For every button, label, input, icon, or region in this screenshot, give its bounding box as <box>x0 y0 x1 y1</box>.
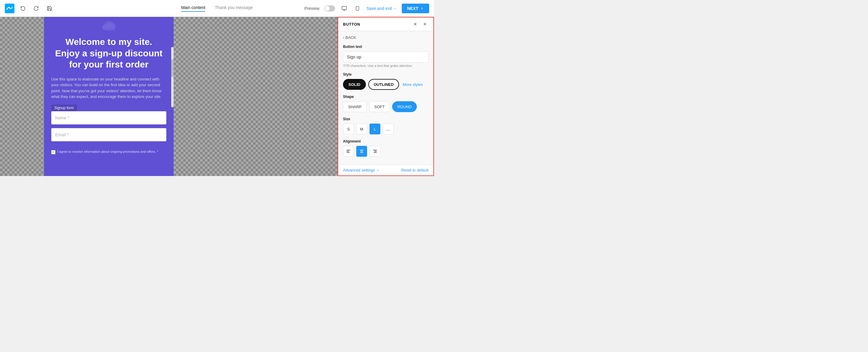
save-exit-button[interactable]: Save and exit <box>367 6 397 11</box>
alignment-label: Alignment <box>343 139 429 143</box>
shape-soft-button[interactable]: SOFT <box>369 101 390 112</box>
top-decoration <box>44 17 174 31</box>
form-title: Welcome to my site. Enjoy a sign-up disc… <box>44 31 174 76</box>
scroll-thumb <box>171 59 174 77</box>
button-text-hint: 7/70 characters. Use a text that grabs a… <box>343 64 429 67</box>
button-text-input[interactable] <box>343 51 429 63</box>
svg-rect-1 <box>342 6 346 10</box>
size-s-button[interactable]: S <box>343 124 354 134</box>
topbar-left <box>5 4 54 13</box>
shape-sharp-button[interactable]: SHARP <box>343 101 367 112</box>
topbar-right: Preview Save and exit NEXT <box>304 4 429 13</box>
size-l-button[interactable]: L <box>370 124 380 134</box>
back-label: BACK <box>345 35 356 40</box>
next-button[interactable]: NEXT <box>402 4 429 13</box>
advanced-settings-link[interactable]: Advanced settings <box>343 168 380 172</box>
main-area: Welcome to my site. Enjoy a sign-up disc… <box>0 17 434 176</box>
tab-main-content[interactable]: Main content <box>181 5 205 12</box>
scroll-bar[interactable] <box>171 47 174 107</box>
shape-round-button[interactable]: ROUND <box>392 101 417 112</box>
panel-footer: Advanced settings Reset to default <box>338 165 433 175</box>
preview-toggle[interactable] <box>324 5 335 11</box>
desktop-view-button[interactable] <box>340 4 348 13</box>
alignment-options <box>343 146 429 157</box>
size-options: S M L ... <box>343 124 429 134</box>
align-right-button[interactable] <box>370 146 380 157</box>
button-text-label: Button text <box>343 44 429 49</box>
size-more-button[interactable]: ... <box>383 124 394 134</box>
style-solid-button[interactable]: SOLID <box>343 79 366 90</box>
undo-button[interactable] <box>18 4 28 13</box>
svg-rect-4 <box>356 6 359 10</box>
size-m-button[interactable]: M <box>356 124 367 134</box>
style-options: SOLID OUTLINED More styles <box>343 79 429 90</box>
panel-title: BUTTON <box>343 22 360 27</box>
panel-body: ‹ BACK Button text 7/70 characters. Use … <box>338 31 433 165</box>
redo-button[interactable] <box>31 4 41 13</box>
back-link[interactable]: ‹ BACK <box>343 35 429 40</box>
svg-point-9 <box>104 21 113 28</box>
checkbox-label-preview: I agree to receive information about ong… <box>57 150 158 153</box>
form-container: Welcome to my site. Enjoy a sign-up disc… <box>44 17 174 176</box>
canvas-area: Welcome to my site. Enjoy a sign-up disc… <box>0 17 338 176</box>
preview-label: Preview <box>304 6 319 11</box>
tabs-container: Main content Thank you message <box>181 5 253 12</box>
save-button[interactable] <box>44 4 54 13</box>
shape-options: SHARP SOFT ROUND <box>343 101 429 112</box>
style-label: Style <box>343 72 429 76</box>
logo-icon <box>5 4 14 13</box>
button-panel: ✕ BUTTON ✕ ✕ ‹ BACK Button text 7/70 cha… <box>338 17 434 176</box>
back-arrow-icon: ‹ <box>343 36 344 40</box>
checkbox-preview: ✓ <box>51 150 56 154</box>
form-subtitle: Use this space to elaborate on your head… <box>44 76 174 104</box>
panel-close-button[interactable]: ✕ <box>421 21 429 28</box>
checkbox-row: ✓ I agree to receive information about o… <box>44 150 174 154</box>
panel-header: BUTTON ✕ ✕ <box>338 18 433 31</box>
shape-label: Shape <box>343 95 429 99</box>
email-input-preview: Email * <box>51 128 166 141</box>
topbar: Main content Thank you message Preview S… <box>0 0 434 17</box>
form-fields: Name * Email * <box>44 111 174 150</box>
cloud-decoration-icon <box>98 19 119 31</box>
name-input-preview: Name * <box>51 111 166 125</box>
reset-to-default-link[interactable]: Reset to default <box>401 168 429 172</box>
size-label: Size <box>343 117 429 121</box>
panel-pin-button[interactable]: ✕ <box>412 21 419 28</box>
align-center-button[interactable] <box>356 146 367 157</box>
style-outlined-button[interactable]: OUTLINED <box>368 79 399 90</box>
signup-form-label-badge: Signup form <box>51 104 77 111</box>
panel-header-icons: ✕ ✕ <box>412 21 429 28</box>
tab-thank-you[interactable]: Thank you message <box>215 5 253 12</box>
align-left-button[interactable] <box>343 146 354 157</box>
more-styles-link[interactable]: More styles <box>403 82 423 87</box>
mobile-view-button[interactable] <box>353 4 362 13</box>
